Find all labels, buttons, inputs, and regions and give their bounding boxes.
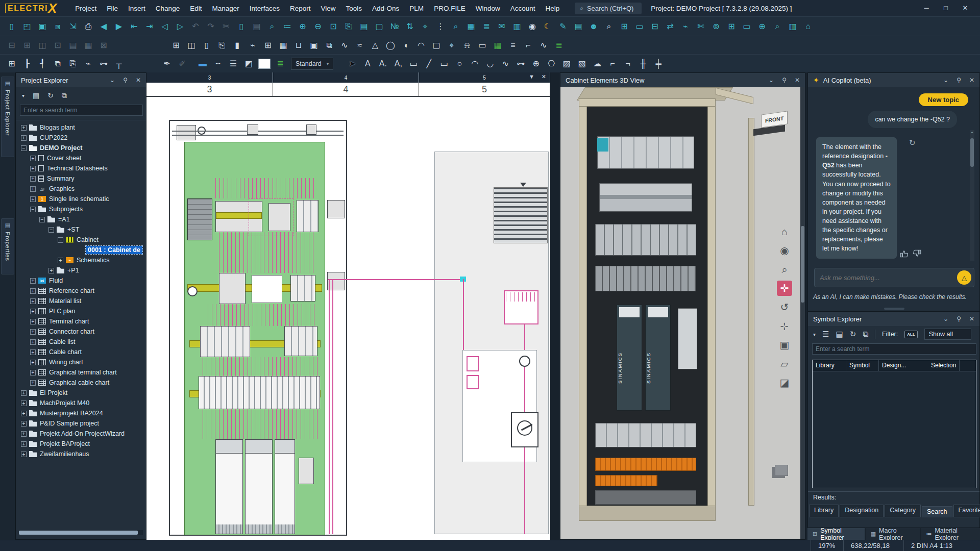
arch-tool[interactable]: ◠ — [413, 38, 429, 53]
contactor-group[interactable] — [284, 326, 317, 356]
pin-icon[interactable]: ⚲ — [957, 77, 961, 84]
tree-expander-icon[interactable] — [48, 227, 54, 233]
layer-style-dropdown[interactable]: Standard ▾ — [291, 58, 333, 70]
pan-tool[interactable]: ✛ — [777, 281, 792, 296]
symbol-copy-check[interactable]: ⧉ — [50, 57, 65, 71]
rotate-tool[interactable]: ↺ — [777, 299, 792, 315]
tree-expander-icon[interactable] — [30, 309, 36, 314]
pin-icon[interactable]: ⚲ — [782, 77, 787, 84]
send-button[interactable]: △ — [957, 270, 971, 285]
bell-tool[interactable]: ⍾ — [459, 38, 475, 53]
dock-right[interactable]: ⊞ — [19, 38, 35, 53]
tab-symbol-explorer[interactable]: ⊞ Symbol Explorer — [807, 528, 865, 540]
tree-expander-icon[interactable] — [21, 390, 27, 396]
copy[interactable]: ▯ — [234, 19, 249, 34]
capsule-tool[interactable]: ◖ — [398, 38, 413, 53]
symbol-list[interactable]: ≔ — [280, 19, 295, 34]
schematic-canvas[interactable]: 345 ▼ ✕ 345 — [146, 72, 550, 540]
text-tool-dot[interactable]: A. — [375, 57, 390, 71]
menu-item[interactable]: Window — [471, 2, 505, 15]
chat-scrollbar[interactable]: ⌃ — [970, 130, 974, 261]
grid-array[interactable]: ⊞ — [4, 57, 19, 71]
search-replace[interactable]: ⌕ — [601, 19, 617, 34]
filter-all-badge[interactable]: ALL — [904, 331, 918, 338]
bracket-open[interactable]: ⌐ — [605, 57, 620, 71]
tree-expander-icon[interactable] — [21, 400, 27, 406]
undo[interactable]: ↶ — [188, 19, 203, 34]
table-edit[interactable]: ⊞ — [617, 19, 632, 34]
viewport-3d[interactable]: SINAMICS SINAMICS FRONT ⌂◉⌕✛↺⊹▣▱◪ — [560, 87, 805, 539]
tree-item[interactable]: EI Projekt — [16, 388, 146, 398]
more-options[interactable]: ⋮ — [433, 19, 448, 34]
tab[interactable]: Favorites — [953, 505, 980, 517]
image-edit[interactable]: ▧ — [574, 57, 590, 71]
refresh-icon[interactable]: ↻ — [850, 330, 856, 339]
home-view[interactable]: ⌂ — [777, 224, 792, 239]
close-icon[interactable]: ✕ — [969, 315, 974, 322]
pen-tool[interactable]: ✒ — [159, 57, 175, 71]
sinamics-drive[interactable]: SINAMICS — [645, 305, 671, 411]
pin-tool[interactable]: ⌖ — [444, 38, 459, 53]
polyline-points[interactable]: ⊶ — [513, 57, 528, 71]
tree-item[interactable]: PLC plan — [16, 306, 146, 316]
wire[interactable] — [332, 280, 333, 534]
save-as[interactable]: ⧈ — [50, 19, 65, 34]
table-column-header[interactable]: Symbol — [846, 360, 879, 371]
page-macro[interactable]: ⎘ — [341, 19, 356, 34]
save-view[interactable]: ▣ — [777, 337, 792, 353]
close-icon[interactable]: ✕ — [136, 77, 141, 84]
tab[interactable]: Category — [885, 505, 921, 517]
tree-item[interactable]: Connector chart — [16, 327, 146, 337]
target[interactable]: ⊚ — [708, 19, 724, 34]
pin-board[interactable]: ⊟ — [647, 19, 663, 34]
sidebar-tab-project-explorer[interactable]: ▤ Project Explorer — [1, 77, 14, 157]
close-button[interactable]: ✕ — [955, 0, 975, 16]
probe-point[interactable]: ┦ — [35, 57, 50, 71]
symbol-place-check[interactable]: ⎘ — [65, 57, 81, 71]
arc-tool-2[interactable]: ◡ — [482, 57, 498, 71]
scrollbar-thumb[interactable] — [970, 138, 974, 167]
zoom-window[interactable]: ⊡ — [326, 19, 341, 34]
wire-tool[interactable]: ⌁ — [678, 19, 693, 34]
menu-item[interactable]: Account — [505, 2, 541, 15]
socket-outlet-symbol[interactable] — [187, 286, 198, 296]
tree-expander-icon[interactable] — [30, 156, 36, 161]
help-search[interactable]: ⌕ — [770, 19, 785, 34]
potential-tracking[interactable]: ⌖ — [418, 19, 433, 34]
tab-material-explorer[interactable]: ≔ Material Explorer — [921, 528, 980, 540]
tile-windows[interactable]: ▤ — [65, 38, 81, 53]
copy-pages-icon[interactable]: ⧉ — [62, 91, 67, 100]
renumber[interactable]: № — [387, 19, 402, 34]
tree-item[interactable]: +ST — [16, 224, 146, 235]
sinamics-drive[interactable]: SINAMICS — [617, 305, 642, 411]
save[interactable]: ▣ — [35, 19, 50, 34]
copy-format[interactable]: ⎘ — [214, 38, 230, 53]
orange-terminal-strip[interactable] — [595, 458, 696, 471]
user-account[interactable]: ☻ — [586, 19, 601, 34]
mail[interactable]: ✉ — [494, 19, 509, 34]
page-portrait[interactable]: ▮ — [230, 38, 245, 53]
split-window[interactable]: ◫ — [35, 38, 50, 53]
filter-sliders-icon[interactable]: ☰ — [822, 330, 829, 339]
top-assembly-box[interactable] — [247, 124, 258, 135]
dropdown-icon[interactable]: ▾ — [813, 332, 816, 337]
nav-back[interactable]: ◀ — [96, 19, 111, 34]
circle-tool-2[interactable]: ○ — [452, 57, 467, 71]
collapse-icon[interactable]: ⌄ — [943, 77, 948, 84]
text-tool-sub[interactable]: A, — [390, 57, 406, 71]
bracket-close[interactable]: ¬ — [620, 57, 635, 71]
nav-forward[interactable]: ▶ — [111, 19, 127, 34]
tree-item[interactable]: Projekt Add-On ProjectWizard — [16, 429, 146, 439]
table-column-header[interactable]: Design... — [879, 360, 928, 371]
menu-item[interactable]: File — [102, 2, 123, 15]
paste[interactable]: ▤ — [249, 19, 264, 34]
tree-item[interactable]: =A1 — [16, 214, 146, 224]
polygon-tool[interactable]: ⎔ — [544, 57, 559, 71]
home-view[interactable]: ⌂ — [800, 19, 816, 34]
scrollbar-thumb[interactable] — [801, 226, 804, 303]
orbit-view[interactable]: ◉ — [777, 243, 792, 258]
drive-unit[interactable] — [245, 439, 273, 534]
table-view[interactable]: ▦ — [463, 19, 479, 34]
layers-icon[interactable]: ≣ — [273, 57, 288, 71]
schematic-drawing[interactable] — [146, 97, 550, 540]
